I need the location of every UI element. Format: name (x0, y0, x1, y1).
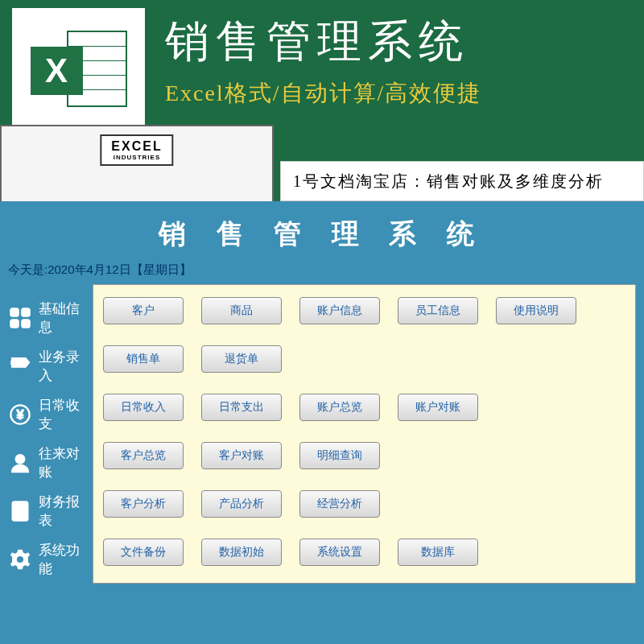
system-settings-button[interactable]: 系统设置 (299, 539, 380, 566)
button-row: 客户总览 客户对账 明细查询 (103, 442, 625, 469)
building-row: EXCEL INDUSTRIES 1号文档淘宝店：销售对账及多维度分析 (0, 125, 644, 201)
document-icon (8, 499, 32, 523)
date-line: 今天是:2020年4月12日【星期日】 (0, 262, 644, 284)
sidebar-item-daily-finance[interactable]: ¥ 日常收支 (0, 390, 93, 439)
app-title: 销 售 管 理 系 统 (0, 201, 644, 262)
excel-logo-box: X (12, 8, 145, 141)
account-reconcile-button[interactable]: 账户对账 (398, 394, 478, 421)
person-icon (8, 451, 32, 475)
customer-button[interactable]: 客户 (103, 297, 184, 324)
sidebar-item-system[interactable]: 系统功能 (0, 535, 93, 584)
sidebar: 基础信息 SALE 业务录入 ¥ 日常收支 往来对账 (0, 284, 93, 584)
file-backup-button[interactable]: 文件备份 (103, 539, 184, 566)
button-row: 销售单 退货单 (103, 345, 625, 373)
shop-label: 1号文档淘宝店：销售对账及多维度分析 (280, 161, 644, 201)
svg-rect-3 (22, 320, 29, 327)
daily-income-button[interactable]: 日常收入 (103, 394, 184, 421)
excel-icon: X (31, 27, 127, 123)
instructions-button[interactable]: 使用说明 (496, 297, 576, 324)
svg-rect-1 (22, 308, 29, 316)
svg-rect-2 (10, 320, 18, 327)
sidebar-item-business-entry[interactable]: SALE 业务录入 (0, 342, 93, 390)
data-init-button[interactable]: 数据初始 (201, 539, 282, 566)
button-row: 日常收入 日常支出 账户总览 账户对账 (103, 394, 625, 421)
button-row: 客户分析 产品分析 经营分析 (103, 490, 625, 518)
main-title: 销售管理系统 (165, 12, 628, 72)
sidebar-item-label: 往来对账 (39, 444, 93, 481)
sidebar-item-label: 系统功能 (39, 541, 93, 578)
return-order-button[interactable]: 退货单 (201, 345, 282, 373)
svg-point-7 (15, 455, 25, 464)
building-graphic: EXCEL INDUSTRIES (0, 125, 274, 201)
sidebar-item-basic-info[interactable]: 基础信息 (0, 294, 93, 342)
svg-text:SALE: SALE (10, 360, 26, 365)
customer-overview-button[interactable]: 客户总览 (103, 442, 184, 469)
button-panel: 客户 商品 账户信息 员工信息 使用说明 销售单 退货单 日常收入 日常支出 账… (93, 284, 636, 584)
sidebar-item-label: 日常收支 (39, 396, 93, 433)
sidebar-item-label: 业务录入 (39, 348, 93, 385)
staff-info-button[interactable]: 员工信息 (398, 297, 478, 324)
account-overview-button[interactable]: 账户总览 (299, 394, 380, 421)
sidebar-item-label: 基础信息 (39, 299, 93, 336)
svg-rect-0 (10, 308, 18, 316)
sale-tag-icon: SALE (8, 354, 32, 378)
daily-expense-button[interactable]: 日常支出 (201, 394, 282, 421)
customer-analysis-button[interactable]: 客户分析 (103, 490, 184, 518)
grid-icon (8, 306, 32, 330)
sidebar-item-reconciliation[interactable]: 往来对账 (0, 439, 93, 487)
gear-icon (8, 547, 32, 572)
detail-query-button[interactable]: 明细查询 (299, 442, 380, 469)
customer-reconcile-button[interactable]: 客户对账 (201, 442, 282, 469)
button-row: 文件备份 数据初始 系统设置 数据库 (103, 539, 625, 566)
account-info-button[interactable]: 账户信息 (299, 297, 380, 324)
promo-header: X 销售管理系统 Excel格式/自动计算/高效便捷 EXCEL INDUSTR… (0, 0, 644, 201)
app-window: 销 售 管 理 系 统 今天是:2020年4月12日【星期日】 基础信息 SAL… (0, 201, 644, 644)
business-analysis-button[interactable]: 经营分析 (299, 490, 380, 518)
main-area: 基础信息 SALE 业务录入 ¥ 日常收支 往来对账 (0, 284, 644, 584)
product-button[interactable]: 商品 (201, 297, 282, 324)
product-analysis-button[interactable]: 产品分析 (201, 490, 282, 518)
building-sign: EXCEL INDUSTRIES (100, 134, 173, 166)
database-button[interactable]: 数据库 (398, 539, 478, 566)
sidebar-item-reports[interactable]: 财务报表 (0, 487, 93, 535)
sub-title: Excel格式/自动计算/高效便捷 (165, 78, 628, 109)
button-row: 客户 商品 账户信息 员工信息 使用说明 (103, 297, 625, 324)
sales-order-button[interactable]: 销售单 (103, 345, 184, 373)
sidebar-item-label: 财务报表 (39, 493, 93, 530)
yen-circle-icon: ¥ (8, 402, 32, 427)
svg-text:¥: ¥ (16, 407, 24, 422)
